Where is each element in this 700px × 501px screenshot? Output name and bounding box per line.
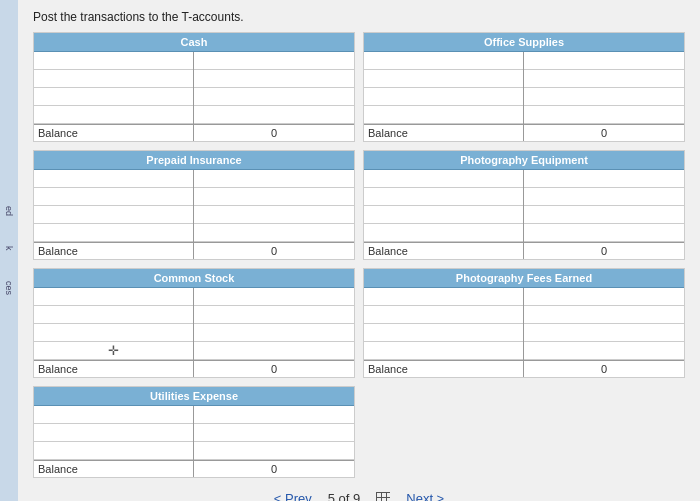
cash-body [34,52,354,124]
pi-row-2[interactable] [34,188,193,206]
ue-row-2[interactable] [34,424,193,442]
cash-row-r2[interactable] [194,70,354,88]
t-account-utilities-expense: Utilities Expense [33,386,355,478]
os-left-col [364,52,524,124]
cs-row-3[interactable] [34,324,193,342]
pe-row-r3[interactable] [524,206,684,224]
ue-right-col [194,406,354,460]
pe-row-1[interactable] [364,170,523,188]
cs-row-2[interactable] [34,306,193,324]
cs-right-col [194,288,354,360]
cash-row-r1[interactable] [194,52,354,70]
cash-row-r3[interactable] [194,88,354,106]
left-strip: ed k ces [0,0,18,501]
pfe-row-2[interactable] [364,306,523,324]
photography-equipment-body [364,170,684,242]
pe-balance-label: Balance [364,243,524,259]
photography-fees-earned-header: Photography Fees Earned [364,269,684,288]
left-label-k: k [4,246,14,251]
move-cursor-icon: ✛ [108,343,119,358]
ue-row-r3[interactable] [194,442,354,460]
pe-row-r4[interactable] [524,224,684,242]
left-label-ces: ces [4,281,14,295]
pe-row-r2[interactable] [524,188,684,206]
cs-row-r2[interactable] [194,306,354,324]
cs-balance-row: Balance 0 [34,360,354,377]
office-supplies-header: Office Supplies [364,33,684,52]
cs-left-col: ✛ [34,288,194,360]
pfe-row-r3[interactable] [524,324,684,342]
pi-row-3[interactable] [34,206,193,224]
cash-row-3[interactable] [34,88,193,106]
cash-header: Cash [34,33,354,52]
t-account-photography-fees-earned: Photography Fees Earned [363,268,685,378]
ue-row-3[interactable] [34,442,193,460]
bottom-navigation: < Prev 5 of 9 Next > [18,483,700,501]
next-button[interactable]: Next > [406,491,444,501]
pi-balance-label: Balance [34,243,194,259]
empty-placeholder [363,386,685,478]
cash-row-1[interactable] [34,52,193,70]
pfe-balance-label: Balance [364,361,524,377]
ue-row-r1[interactable] [194,406,354,424]
pfe-row-4[interactable] [364,342,523,360]
common-stock-body: ✛ [34,288,354,360]
page-total: 9 [353,491,360,501]
pfe-row-r1[interactable] [524,288,684,306]
common-stock-header: Common Stock [34,269,354,288]
pfe-row-r2[interactable] [524,306,684,324]
t-account-prepaid-insurance: Prepaid Insurance [33,150,355,260]
pe-row-4[interactable] [364,224,523,242]
page-current: 5 [328,491,335,501]
cs-row-r1[interactable] [194,288,354,306]
cs-row-r3[interactable] [194,324,354,342]
pi-row-r1[interactable] [194,170,354,188]
cs-row-r4[interactable] [194,342,354,360]
pfe-row-r4[interactable] [524,342,684,360]
cash-row-r4[interactable] [194,106,354,124]
pe-row-2[interactable] [364,188,523,206]
os-row-r1[interactable] [524,52,684,70]
pi-row-1[interactable] [34,170,193,188]
ue-left-col [34,406,194,460]
os-row-r3[interactable] [524,88,684,106]
cash-row-4[interactable] [34,106,193,124]
accounts-grid: Cash [33,32,685,478]
t-account-common-stock: Common Stock ✛ [33,268,355,378]
os-row-4[interactable] [364,106,523,124]
pfe-balance-row: Balance 0 [364,360,684,377]
os-row-r4[interactable] [524,106,684,124]
ue-row-r2[interactable] [194,424,354,442]
pi-row-r2[interactable] [194,188,354,206]
cash-left-col [34,52,194,124]
pe-left-col [364,170,524,242]
os-balance-value: 0 [524,125,684,141]
ue-row-1[interactable] [34,406,193,424]
cs-row-1[interactable] [34,288,193,306]
cash-balance-row: Balance 0 [34,124,354,141]
t-account-cash: Cash [33,32,355,142]
os-row-1[interactable] [364,52,523,70]
os-row-3[interactable] [364,88,523,106]
os-row-2[interactable] [364,70,523,88]
pi-row-r3[interactable] [194,206,354,224]
os-right-col [524,52,684,124]
page-info: 5 of 9 [328,491,361,501]
pi-balance-row: Balance 0 [34,242,354,259]
os-row-r2[interactable] [524,70,684,88]
cash-right-col [194,52,354,124]
instruction-text: Post the transactions to the T-accounts. [33,10,685,24]
pi-row-4[interactable] [34,224,193,242]
cash-balance-value: 0 [194,125,354,141]
pi-row-r4[interactable] [194,224,354,242]
pe-row-3[interactable] [364,206,523,224]
pe-row-r1[interactable] [524,170,684,188]
pfe-row-1[interactable] [364,288,523,306]
pfe-row-3[interactable] [364,324,523,342]
prev-button[interactable]: < Prev [274,491,312,501]
cs-balance-value: 0 [194,361,354,377]
t-account-office-supplies: Office Supplies [363,32,685,142]
cs-row-4-cursor[interactable]: ✛ [34,342,193,360]
cash-row-2[interactable] [34,70,193,88]
os-balance-row: Balance 0 [364,124,684,141]
